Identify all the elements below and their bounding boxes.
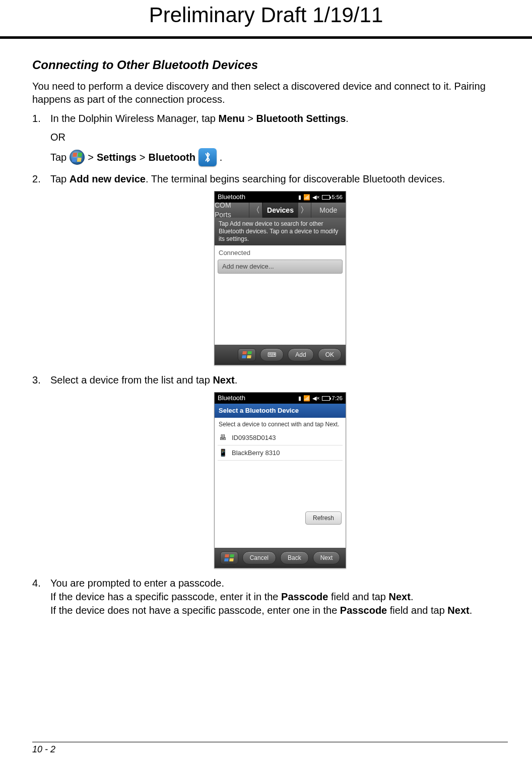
next-label: Next [213, 374, 234, 386]
tab-devices[interactable]: Devices [262, 203, 298, 218]
device-list: 🖶 ID09358D0143 📱 BlackBerry 8310 [215, 430, 346, 461]
step-1: In the Dolphin Wireless Manager, tap Men… [32, 112, 510, 166]
dialog-title: Select a Bluetooth Device [215, 404, 346, 418]
list-item[interactable]: 🖶 ID09358D0143 [218, 430, 343, 445]
screenshot-2-wrap: Bluetooth ▮ 📶 ◀× 7:26 Select a Bluetooth… [50, 392, 510, 568]
settings-label: Settings [97, 151, 137, 164]
device-icon: 🖶 [218, 433, 228, 443]
page-content: Connecting to Other Bluetooth Devices Yo… [0, 58, 532, 617]
period: . [470, 605, 473, 616]
period: . [411, 591, 414, 602]
page-footer: 10 - 2 [32, 742, 508, 755]
ok-button[interactable]: OK [318, 348, 342, 361]
device-body: Tap Add new device to search for other B… [215, 218, 346, 345]
bottom-bar: ⌨ Add OK [215, 345, 346, 365]
add-new-device-label: Add new device [70, 173, 146, 184]
step4-line2b: field and tap [328, 591, 388, 602]
steps-list: In the Dolphin Wireless Manager, tap Men… [32, 112, 510, 617]
windows-flag-icon [242, 351, 252, 358]
step1-text: In the Dolphin Wireless Manager, tap Men… [50, 113, 349, 124]
app-title: Bluetooth [218, 394, 245, 403]
status-bar: Bluetooth ▮ 📶 ◀× 7:26 [215, 393, 346, 404]
bluetooth-label: Bluetooth [149, 151, 195, 164]
cancel-button[interactable]: Cancel [242, 551, 276, 564]
next-label: Next [389, 591, 411, 602]
step4-line1: You are prompted to enter a passcode. [50, 578, 224, 589]
refresh-button[interactable]: Refresh [305, 511, 342, 525]
keyboard-button[interactable]: ⌨ [260, 348, 284, 361]
step4-line3b: field and tap [387, 605, 447, 616]
volume-icon: ◀× [312, 194, 319, 201]
sub-hint: Select a device to connect with and tap … [215, 418, 346, 431]
start-button[interactable] [220, 551, 238, 564]
gt: > [140, 151, 146, 164]
bluetooth-icon [198, 148, 217, 166]
step-2: Tap Add new device. The terminal begins … [32, 172, 510, 365]
device-name: BlackBerry 8310 [232, 449, 280, 458]
back-button[interactable]: Back [280, 551, 309, 564]
tab-com-ports[interactable]: COM Ports [215, 203, 249, 218]
device-name: ID09358D0143 [232, 433, 276, 442]
step4-line2a: If the device has a specific passcode, e… [50, 591, 281, 602]
tab-mode[interactable]: Mode [311, 203, 346, 218]
windows-flag-icon [224, 554, 234, 561]
step-3: Select a device from the list and tap Ne… [32, 373, 510, 568]
clock: 7:26 [332, 395, 343, 402]
add-new-device-row[interactable]: Add new device... [218, 260, 343, 274]
period: . [220, 151, 223, 164]
intro-paragraph: You need to perform a device discovery a… [32, 80, 510, 106]
tab-prev-arrow[interactable]: 〈 [249, 203, 262, 218]
step4-line3a: If the device does not have a specific p… [50, 605, 340, 616]
passcode-label: Passcode [281, 591, 328, 602]
tab-next-arrow[interactable]: 〉 [298, 203, 311, 218]
refresh-row: Refresh [305, 510, 342, 525]
device-screenshot-1: Bluetooth ▮ 📶 ◀× 5:56 COM Ports 〈 Device… [214, 191, 346, 365]
menu-label: Menu [219, 113, 245, 124]
step2-suffix: . The terminal begins searching for disc… [146, 173, 445, 184]
period: . [346, 113, 349, 124]
start-button[interactable] [238, 348, 256, 361]
step2-prefix: Tap [50, 173, 70, 184]
device-body: Select a device to connect with and tap … [215, 418, 346, 548]
tap-line: Tap > Settings > Bluetooth . [50, 148, 510, 166]
phone-icon: 📱 [218, 448, 228, 458]
windows-start-icon [70, 150, 85, 165]
battery-icon [322, 396, 330, 401]
passcode-label: Passcode [340, 605, 387, 616]
signal-icon: ▮ [298, 194, 301, 201]
gt: > [88, 151, 94, 164]
connected-label: Connected [215, 245, 346, 259]
tab-strip: COM Ports 〈 Devices 〉 Mode [215, 203, 346, 218]
period: . [235, 374, 238, 386]
signal-bars-icon: 📶 [303, 395, 310, 402]
list-item[interactable]: 📱 BlackBerry 8310 [218, 445, 343, 461]
clock: 5:56 [332, 194, 343, 201]
section-heading: Connecting to Other Bluetooth Devices [32, 58, 510, 72]
step1-prefix: In the Dolphin Wireless Manager, tap [50, 113, 219, 124]
next-label: Next [447, 605, 469, 616]
signal-bars-icon: 📶 [303, 194, 310, 201]
device-screenshot-2: Bluetooth ▮ 📶 ◀× 7:26 Select a Bluetooth… [214, 392, 346, 568]
bottom-bar: Cancel Back Next [215, 548, 346, 568]
step3-prefix: Select a device from the list and tap [50, 374, 213, 386]
add-button[interactable]: Add [288, 348, 313, 361]
battery-icon [322, 195, 330, 200]
divider [0, 36, 532, 39]
screenshot-1-wrap: Bluetooth ▮ 📶 ◀× 5:56 COM Ports 〈 Device… [50, 191, 510, 365]
or-label: OR [50, 131, 510, 144]
next-button[interactable]: Next [313, 551, 341, 564]
tap-label: Tap [50, 151, 66, 164]
volume-icon: ◀× [312, 395, 319, 402]
hint-text: Tap Add new device to search for other B… [215, 218, 346, 245]
step-4: You are prompted to enter a passcode. If… [32, 577, 510, 617]
signal-icon: ▮ [298, 395, 301, 402]
draft-header: Preliminary Draft 1/19/11 [0, 0, 532, 36]
bluetooth-settings-label: Bluetooth Settings [256, 113, 346, 124]
gt: > [245, 113, 256, 124]
